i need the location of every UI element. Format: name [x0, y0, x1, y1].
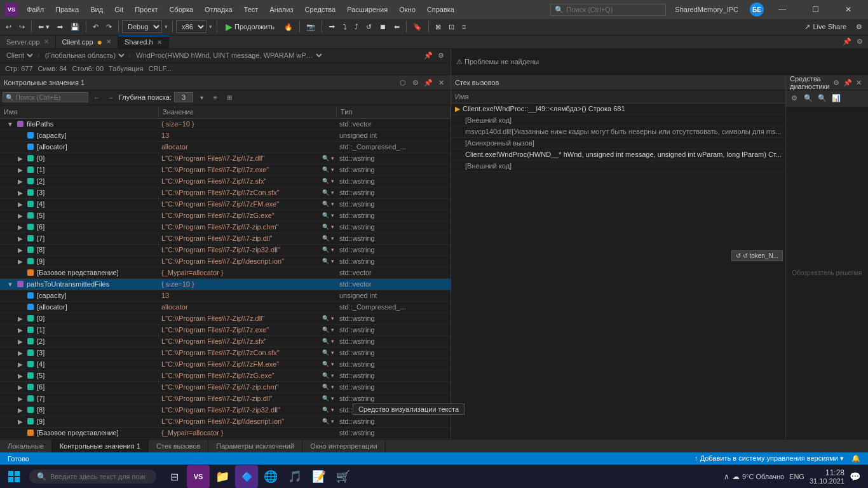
watch-nav-fwd[interactable]: → [105, 92, 116, 103]
debug-extra-1[interactable]: ⊠ [432, 21, 444, 33]
notifications-icon[interactable]: 💬 [850, 471, 860, 482]
clock[interactable]: 11:28 31.10.2021 [810, 468, 844, 485]
expand-btn[interactable]: ▶ [17, 177, 24, 185]
tab-pin-button[interactable]: 📌 [841, 36, 853, 48]
start-button[interactable] [3, 465, 25, 488]
redo-button[interactable]: ↪ [16, 21, 28, 33]
token-button[interactable]: ↺ ↺ token_N... [731, 250, 783, 261]
magnifier-icon[interactable]: 🔍 ▾ [322, 395, 334, 402]
fire-button[interactable]: 🔥 [281, 21, 296, 33]
expand-btn[interactable]: ▶ [17, 372, 24, 379]
magnifier-icon[interactable]: 🔍 ▾ [322, 212, 334, 219]
watch-row[interactable]: ▶ [2] L"C:\\Program Files\\7-Zip\\7z.sfx… [0, 176, 451, 187]
watch-row[interactable]: ▶ [0] L"C:\\Program Files\\7-Zip\\7z.dll… [0, 153, 451, 165]
expand-btn[interactable] [17, 429, 24, 437]
watch-search-input[interactable] [15, 93, 85, 101]
tab-server-cpp[interactable]: Server.cpp ✕ [0, 36, 56, 48]
taskbar-search-input[interactable] [50, 473, 146, 480]
expand-btn[interactable]: ▶ [17, 166, 24, 173]
watch-row[interactable]: [Базовое представление] {_Mypair=allocat… [0, 428, 451, 439]
watch-row[interactable]: ▶ [0] L"C:\\Program Files\\7-Zip\\7z.dll… [0, 313, 451, 325]
step-in[interactable]: ⤵ [340, 21, 350, 32]
taskbar-app-store[interactable]: 🛒 [332, 465, 355, 488]
tab-client-cpp[interactable]: Client.cpp ● ✕ [56, 36, 118, 48]
diag-btn2[interactable]: 🔍 [803, 93, 814, 104]
magnifier-icon[interactable]: 🔍 ▾ [322, 384, 334, 390]
nav-back-button[interactable]: ⬅ ▾ [35, 21, 53, 33]
magnifier-icon[interactable]: 🔍 ▾ [322, 361, 334, 367]
expand-btn[interactable] [17, 143, 24, 151]
watch-row[interactable]: ▶ [8] L"C:\\Program Files\\7-Zip\\7-zip3… [0, 245, 451, 256]
taskbar-app-vs2[interactable]: 🔷 [235, 465, 258, 488]
expand-btn[interactable]: ▶ [17, 337, 24, 345]
watch-row[interactable]: [allocator] allocator std::_Compressed_.… [0, 302, 451, 313]
watch-row[interactable]: [allocator] allocator std::_Compressed_.… [0, 142, 451, 153]
depth-input[interactable] [174, 92, 193, 102]
breadcrumb-pin[interactable]: 📌 [423, 50, 434, 61]
restart[interactable]: ↺ [363, 21, 375, 33]
expand-btn[interactable]: ▶ [17, 212, 24, 219]
magnifier-icon[interactable]: 🔍 ▾ [322, 247, 334, 253]
breadcrumb-scope[interactable]: (Глобальная область) [43, 51, 126, 60]
magnifier-icon[interactable]: 🔍 ▾ [322, 349, 334, 356]
expand-btn[interactable]: ▼ [6, 120, 14, 128]
tab-shared-h[interactable]: Shared.h ✕ [118, 36, 169, 48]
magnifier-icon[interactable]: 🔍 ▾ [322, 338, 334, 344]
diag-settings[interactable]: ⚙ [831, 77, 841, 88]
menu-analyze[interactable]: Анализ [264, 4, 298, 15]
watch-settings-btn[interactable]: ⚙ [410, 77, 421, 88]
expand-btn[interactable]: ▶ [17, 154, 24, 162]
breadcrumb-settings[interactable]: ⚙ [435, 50, 447, 61]
magnifier-icon[interactable]: 🔍 ▾ [322, 201, 334, 207]
expand-btn[interactable]: ▼ [6, 280, 14, 288]
diag-btn1[interactable]: ⚙ [789, 93, 800, 104]
magnifier-icon[interactable]: 🔍 ▾ [322, 327, 334, 333]
watch-row[interactable]: ▶ [1] L"C:\\Program Files\\7-Zip\\7z.exe… [0, 165, 451, 176]
status-vcs[interactable]: ↑ Добавить в систему управления версиями… [692, 454, 846, 463]
menu-test[interactable]: Тест [239, 4, 264, 15]
watch-row[interactable]: ▶ [5] L"C:\\Program Files\\7-Zip\\7zG.ex… [0, 210, 451, 222]
expand-btn[interactable]: ▶ [17, 349, 24, 356]
magnifier-icon[interactable]: 🔍 ▾ [322, 189, 334, 196]
undo-button[interactable]: ↩ [3, 21, 15, 33]
tab-callstack[interactable]: Стек вызовов [149, 440, 208, 452]
taskbar-app-media[interactable]: 🎵 [283, 465, 306, 488]
close-button[interactable]: ✕ [834, 0, 863, 19]
menu-extensions[interactable]: Расширения [342, 4, 393, 15]
diag-btn3[interactable]: 🔍 [817, 93, 828, 104]
menu-project[interactable]: Проект [130, 4, 163, 15]
watch-row[interactable]: ▶ [4] L"C:\\Program Files\\7-Zip\\7zFM.e… [0, 359, 451, 370]
depth-dropdown[interactable]: ▾ [196, 92, 207, 103]
expand-btn[interactable]: ▶ [17, 326, 24, 334]
magnifier-icon[interactable]: 🔍 ▾ [322, 372, 334, 379]
watch-pin-btn[interactable]: 📌 [423, 77, 434, 88]
tab-shared-h-close[interactable]: ✕ [157, 39, 162, 46]
expand-btn[interactable]: ▶ [17, 189, 24, 196]
menu-edit[interactable]: Правка [50, 4, 84, 15]
magnifier-icon[interactable]: 🔍 ▾ [322, 155, 334, 161]
taskbar-app-taskview[interactable]: ⊟ [163, 465, 186, 488]
user-avatar[interactable]: БЕ [750, 3, 764, 17]
menu-window[interactable]: Окно [394, 4, 421, 15]
magnifier-icon[interactable]: 🔍 ▾ [322, 178, 334, 184]
diag-pin[interactable]: 📌 [843, 77, 853, 88]
watch-filter-btn[interactable]: ≡ [210, 92, 221, 103]
tab-immediate[interactable]: Окно интерпретации [302, 440, 385, 452]
maximize-button[interactable]: ☐ [801, 0, 830, 19]
expand-btn[interactable]: ▶ [17, 395, 24, 402]
watch-row[interactable]: ▶ [2] L"C:\\Program Files\\7-Zip\\7z.sfx… [0, 336, 451, 348]
continue-button[interactable]: ▶ Продолжить [220, 20, 280, 34]
watch-row[interactable]: ▶ [6] L"C:\\Program Files\\7-Zip\\7-zip.… [0, 222, 451, 233]
watch-row[interactable]: ▶ [3] L"C:\\Program Files\\7-Zip\\7zCon.… [0, 348, 451, 359]
network-icon[interactable]: ☁ [732, 472, 740, 481]
debug-extra-3[interactable]: ≡ [459, 21, 469, 33]
expand-btn[interactable] [17, 292, 24, 299]
watch-close-btn[interactable]: ✕ [435, 77, 447, 88]
search-input[interactable] [566, 6, 661, 13]
taskbar-search[interactable]: 🔍 [29, 470, 156, 484]
debug-toolbar-btns[interactable]: 📷 [303, 21, 318, 33]
magnifier-icon[interactable]: 🔍 ▾ [322, 407, 334, 413]
magnifier-icon[interactable]: 🔍 ▾ [322, 235, 334, 241]
expand-btn[interactable]: ▶ [17, 360, 24, 368]
watch-row[interactable]: ▶ [9] L"C:\\Program Files\\7-Zip\\descri… [0, 416, 451, 428]
